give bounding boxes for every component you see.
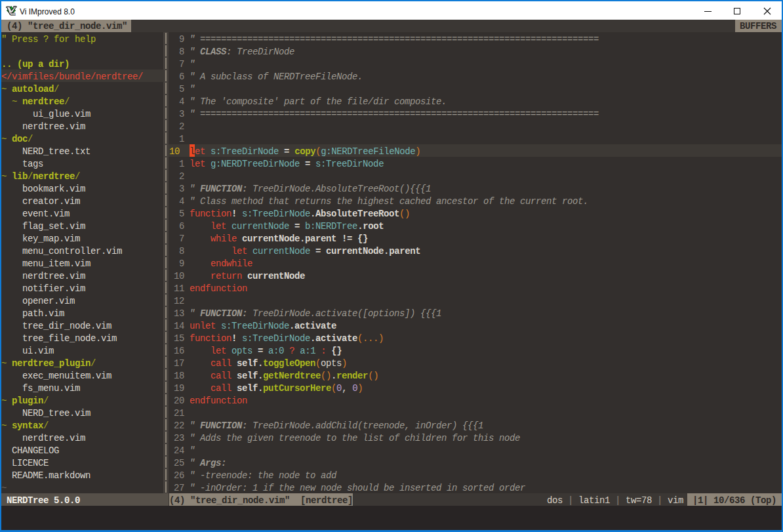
svg-text:im: im bbox=[10, 11, 16, 16]
